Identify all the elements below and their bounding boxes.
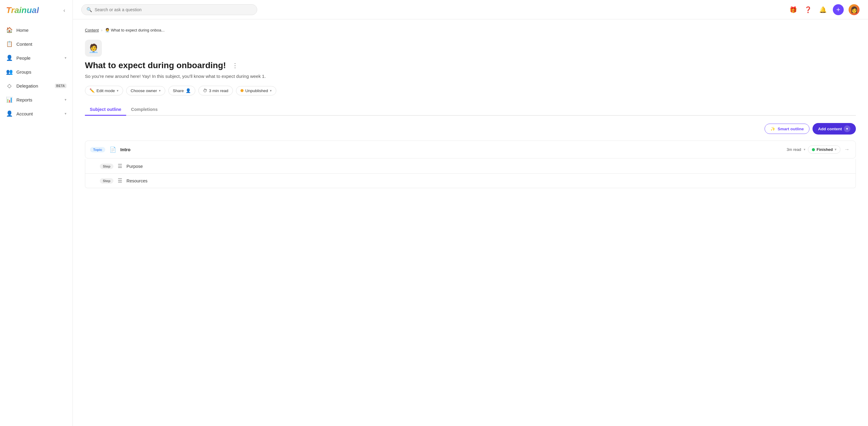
finished-dot-icon xyxy=(812,148,815,151)
edit-mode-button[interactable]: ✏️ Edit mode ▾ xyxy=(85,86,123,95)
unpublished-label: Unpublished xyxy=(245,89,268,93)
subject-title: What to expect during onboarding! xyxy=(85,60,226,71)
clock-icon: ⏱ xyxy=(203,88,207,93)
add-content-label: Add content xyxy=(818,127,842,131)
notifications-icon-button[interactable]: 🔔 xyxy=(818,5,828,14)
step-badge: Step xyxy=(100,178,114,184)
topic-meta: 3m read ▾ Finished ▾ → xyxy=(787,145,851,154)
add-button[interactable]: + xyxy=(833,4,844,15)
avatar[interactable]: 👩 xyxy=(848,4,860,15)
sidebar-item-account[interactable]: 👤 Account ▾ xyxy=(0,107,72,121)
share-button[interactable]: Share 👤 xyxy=(168,86,195,95)
step-row: Step ☰ Purpose xyxy=(85,159,856,174)
smart-outline-button[interactable]: ✨ Smart outline xyxy=(765,124,809,134)
list-icon: ☰ xyxy=(118,163,122,169)
content-area: Content › 🧑‍💼 What to expect during onbo… xyxy=(73,20,868,426)
subject-header: 🧑‍💼 xyxy=(85,40,856,57)
sidebar-item-home[interactable]: 🏠 Home xyxy=(0,23,72,37)
sparkle-icon: ✨ xyxy=(770,126,775,131)
chevron-down-icon: ▾ xyxy=(835,148,836,152)
outline-area: ✨ Smart outline Add content ▾ Topic 📄 In… xyxy=(85,116,856,188)
sidebar-collapse-button[interactable]: ‹ xyxy=(62,6,66,15)
finished-label: Finished xyxy=(817,147,833,152)
read-time-button: ⏱ 3 min read xyxy=(198,86,233,95)
person-icon: 👤 xyxy=(186,88,191,93)
subject-description: So you're new around here! Yay! In this … xyxy=(85,73,856,80)
app-logo: Trainual xyxy=(6,5,39,15)
gift-icon-button[interactable]: 🎁 xyxy=(788,5,798,14)
people-icon: 👤 xyxy=(6,55,13,61)
sidebar-item-reports[interactable]: 📊 Reports ▾ xyxy=(0,93,72,107)
topbar-actions: 🎁 ❓ 🔔 + 👩 xyxy=(788,4,860,15)
breadcrumb-current: 🧑‍💼 What to expect during onboa... xyxy=(105,28,165,32)
emoji-icon: 🧑‍💼 xyxy=(88,43,99,53)
sidebar-item-label: Account xyxy=(17,111,61,116)
subject-emoji: 🧑‍💼 xyxy=(85,40,102,57)
groups-icon: 👥 xyxy=(6,68,13,75)
reports-icon: 📊 xyxy=(6,96,13,103)
sidebar-item-label: Groups xyxy=(17,69,66,74)
sidebar-logo-area: Trainual ‹ xyxy=(0,0,72,21)
publish-status-button[interactable]: Unpublished ▾ xyxy=(236,86,276,95)
add-content-button[interactable]: Add content ▾ xyxy=(812,123,856,134)
pencil-icon: ✏️ xyxy=(90,88,95,93)
smart-outline-label: Smart outline xyxy=(778,127,804,131)
step-name: Purpose xyxy=(126,164,143,169)
chevron-down-icon: ▾ xyxy=(270,89,272,93)
chevron-down-icon: ▾ xyxy=(844,125,850,132)
breadcrumb: Content › 🧑‍💼 What to expect during onbo… xyxy=(85,28,856,32)
beta-badge: BETA xyxy=(55,84,66,88)
sidebar-nav: 🏠 Home 📋 Content 👤 People ▾ 👥 Groups ◇ D… xyxy=(0,21,72,123)
content-icon: 📋 xyxy=(6,41,13,47)
status-dot-icon xyxy=(241,89,244,92)
sidebar-item-delegation[interactable]: ◇ Delegation BETA xyxy=(0,79,72,93)
help-icon-button[interactable]: ❓ xyxy=(803,5,813,14)
main-area: 🔍 🎁 ❓ 🔔 + 👩 Content › 🧑‍💼 What to expect… xyxy=(73,0,868,426)
chevron-down-icon: ▾ xyxy=(159,89,161,93)
chevron-down-icon: ▾ xyxy=(65,56,66,60)
navigate-topic-button[interactable]: → xyxy=(843,145,851,154)
sidebar-item-label: Home xyxy=(17,28,66,33)
chevron-down-icon: ▾ xyxy=(65,111,66,116)
search-input[interactable] xyxy=(95,7,252,12)
read-time-value: 3m read xyxy=(787,147,801,152)
search-bar[interactable]: 🔍 xyxy=(81,4,257,15)
sidebar-item-people[interactable]: 👤 People ▾ xyxy=(0,51,72,65)
delegation-icon: ◇ xyxy=(6,83,13,89)
tabs: Subject outline Completions xyxy=(85,104,856,116)
step-badge: Step xyxy=(100,164,114,169)
breadcrumb-parent[interactable]: Content xyxy=(85,28,99,32)
step-name: Resources xyxy=(126,178,147,183)
search-icon: 🔍 xyxy=(87,7,92,12)
edit-mode-label: Edit mode xyxy=(96,89,115,93)
more-options-button[interactable]: ⋮ xyxy=(229,61,241,70)
breadcrumb-separator: › xyxy=(101,28,102,32)
sidebar-item-label: Delegation xyxy=(17,83,51,89)
sidebar-item-label: People xyxy=(17,56,61,61)
outline-toolbar: ✨ Smart outline Add content ▾ xyxy=(85,123,856,134)
document-icon: 📄 xyxy=(110,146,116,153)
home-icon: 🏠 xyxy=(6,27,13,33)
finished-status-button[interactable]: Finished ▾ xyxy=(808,145,840,154)
account-icon: 👤 xyxy=(6,110,13,117)
step-row: Step ☰ Resources xyxy=(85,174,856,188)
sidebar: Trainual ‹ 🏠 Home 📋 Content 👤 People ▾ 👥… xyxy=(0,0,73,426)
action-bar: ✏️ Edit mode ▾ Choose owner ▾ Share 👤 ⏱ … xyxy=(85,86,856,95)
sidebar-item-label: Reports xyxy=(17,97,61,102)
topic-name: Intro xyxy=(120,147,782,152)
sidebar-item-groups[interactable]: 👥 Groups xyxy=(0,65,72,79)
topbar: 🔍 🎁 ❓ 🔔 + 👩 xyxy=(73,0,868,20)
choose-owner-label: Choose owner xyxy=(131,89,157,93)
chevron-down-icon: ▾ xyxy=(804,148,806,152)
list-icon: ☰ xyxy=(118,177,122,184)
topic-badge: Topic xyxy=(90,147,105,153)
chevron-down-icon: ▾ xyxy=(65,98,66,102)
read-time-label: 3 min read xyxy=(209,89,228,93)
tab-completions[interactable]: Completions xyxy=(126,104,162,116)
tab-subject-outline[interactable]: Subject outline xyxy=(85,104,126,116)
choose-owner-button[interactable]: Choose owner ▾ xyxy=(126,86,165,95)
topic-row: Topic 📄 Intro 3m read ▾ Finished ▾ → xyxy=(85,140,856,159)
sidebar-item-content[interactable]: 📋 Content xyxy=(0,37,72,51)
share-label: Share xyxy=(173,89,184,93)
sidebar-item-label: Content xyxy=(17,41,66,47)
